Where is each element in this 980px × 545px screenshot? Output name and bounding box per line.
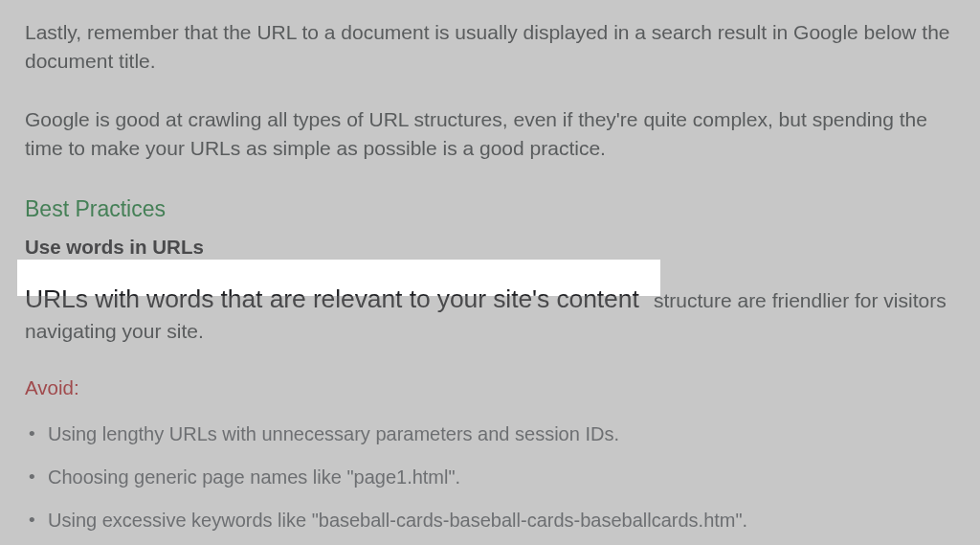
- intro-paragraph-1: Lastly, remember that the URL to a docum…: [25, 18, 955, 77]
- intro-paragraph-2: Google is good at crawling all types of …: [25, 105, 955, 164]
- avoid-list: Using lengthy URLs with unnecessary para…: [25, 420, 955, 534]
- list-item: Choosing generic page names like "page1.…: [46, 464, 955, 491]
- highlighted-paragraph: URLs with words that are relevant to you…: [25, 285, 955, 348]
- highlighted-text: URLs with words that are relevant to you…: [25, 279, 654, 319]
- document-content: Lastly, remember that the URL to a docum…: [0, 18, 980, 545]
- subheading-use-words: Use words in URLs: [25, 236, 955, 259]
- avoid-heading: Avoid:: [25, 376, 955, 399]
- list-item: Using lengthy URLs with unnecessary para…: [46, 420, 955, 448]
- list-item: Using excessive keywords like "baseball-…: [46, 507, 955, 534]
- best-practices-heading: Best Practices: [25, 196, 955, 222]
